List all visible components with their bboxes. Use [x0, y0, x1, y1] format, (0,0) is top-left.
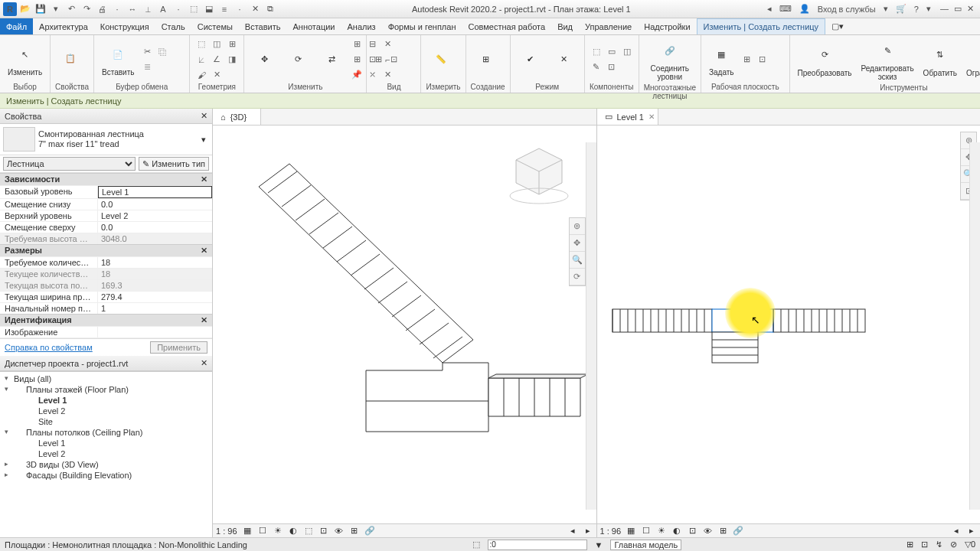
paste-button[interactable]: 📄Вставить [99, 41, 137, 78]
qat-redo-icon[interactable]: ↷ [80, 2, 93, 16]
scale-label[interactable]: 1 : 96 [600, 527, 622, 536]
status-icon[interactable]: ⊘ [950, 540, 957, 549]
crop-icon[interactable]: ⊡ [687, 526, 697, 536]
tab-надстройки[interactable]: Надстройки [638, 18, 696, 34]
prop-value[interactable]: 0.0 [98, 199, 212, 210]
tree-node[interactable]: Виды (all) [3, 373, 209, 384]
nav-zoom-icon[interactable]: 🔍 [570, 252, 585, 269]
prop-value[interactable]: 0.0 [98, 222, 212, 233]
landing-icon[interactable]: ▭ [605, 45, 619, 59]
demolish-icon[interactable]: ✕ [210, 68, 224, 82]
nav-pan-icon[interactable]: ✥ [570, 235, 585, 252]
scroll-right-icon[interactable]: ▸ [583, 526, 593, 536]
align-icon[interactable]: ⊞ [350, 37, 364, 51]
project-browser[interactable]: Виды (all)Планы этажей (Floor Plan)Level… [0, 371, 212, 537]
prop-value[interactable]: 18 [98, 269, 212, 279]
connect-levels-button[interactable]: 🔗Соединить уровни [644, 37, 696, 83]
apply-button[interactable]: Применить [150, 341, 207, 354]
rotate-button[interactable]: ⟳ [283, 46, 313, 73]
show-plane-icon[interactable]: ⊞ [740, 53, 754, 67]
shadow-icon[interactable]: ◐ [288, 526, 299, 536]
app-icon[interactable]: R [3, 2, 17, 16]
qat-close-icon[interactable]: ✕ [248, 2, 262, 16]
prop-group-head[interactable]: Идентификация⨯ [0, 314, 212, 326]
status-icon[interactable]: ▽0 [965, 540, 975, 549]
flip-button[interactable]: ⇅Обратить [920, 41, 960, 79]
shadow-icon[interactable]: ◐ [671, 526, 682, 536]
tree-node[interactable]: Level 2 [3, 448, 209, 459]
browser-close-icon[interactable]: ✕ [201, 358, 207, 368]
category-select[interactable]: Лестница [3, 157, 136, 171]
prop-value[interactable]: Level 1 [98, 186, 212, 198]
qat-measure-icon[interactable]: ↔ [126, 2, 139, 16]
prop-value[interactable]: 18 [98, 257, 212, 268]
mirror-button[interactable]: ⇄ [316, 46, 347, 73]
tab-формы-и-генплан[interactable]: Формы и генплан [382, 18, 462, 34]
beam-join-icon[interactable]: ∠ [210, 53, 224, 67]
plan-canvas[interactable]: ↖ ⊚ ✥ 🔍 ⊡ [597, 126, 981, 523]
properties-button[interactable]: 📋 [55, 45, 86, 74]
tree-node[interactable]: Планы этажей (Floor Plan) [3, 384, 209, 395]
navigation-bar[interactable]: ⊚ ✥ 🔍 ⟳ [569, 217, 586, 286]
tab-файл[interactable]: Файл [0, 18, 33, 34]
modify-button[interactable]: ↖Изменить [5, 41, 45, 78]
constraints-icon[interactable]: 🔗 [733, 526, 743, 536]
detail-icon[interactable]: ▦ [242, 526, 253, 536]
nav-wheel-icon[interactable]: ⊚ [570, 218, 585, 235]
tab-совместная-работа[interactable]: Совместная работа [462, 18, 551, 34]
prop-row[interactable]: Базовый уровеньLevel 1 [0, 185, 212, 198]
paint-icon[interactable]: 🖌 [194, 68, 208, 82]
3d-canvas[interactable]: ⊚ ✥ 🔍 ⟳ [213, 126, 596, 523]
select-count-input[interactable] [488, 540, 587, 550]
qat-save-icon[interactable]: 💾 [34, 2, 47, 16]
tab-extra[interactable]: ▢▾ [825, 18, 850, 34]
prop-value[interactable]: 1 [98, 303, 212, 314]
prop-value[interactable]: 3048.0 [98, 233, 212, 244]
prop-row[interactable]: Требуемое количество п...18 [0, 256, 212, 268]
scrollbar-v[interactable] [586, 142, 596, 510]
crop-icon[interactable]: ⊡ [318, 526, 329, 536]
maximize-button[interactable]: ▭ [952, 4, 963, 13]
tab-close-icon[interactable]: ✕ [648, 112, 655, 121]
style-icon[interactable]: ☐ [257, 526, 268, 536]
render-icon[interactable]: ⬚ [303, 526, 314, 536]
scrollbar-v[interactable] [969, 142, 980, 510]
qat-save-dropdown[interactable]: ▾ [49, 2, 63, 16]
prop-row[interactable]: Текущее количество под...18 [0, 268, 212, 279]
main-model-dropdown[interactable]: Главная модель [610, 540, 681, 550]
sun-icon[interactable]: ☀ [273, 526, 283, 536]
tree-node[interactable]: Level 2 [3, 406, 209, 416]
support-icon[interactable]: ◫ [620, 45, 634, 59]
reveal-icon[interactable]: ⊞ [717, 526, 728, 536]
info-icon[interactable]: ◂ [766, 4, 773, 14]
properties-close-icon[interactable]: ✕ [201, 111, 207, 121]
tree-node[interactable]: Фасады (Building Elevation) [3, 470, 209, 481]
detail-icon[interactable]: ▦ [626, 526, 636, 536]
tab-аннотации[interactable]: Аннотации [287, 18, 341, 34]
tree-node[interactable]: Level 1 [3, 438, 209, 448]
filter-icon[interactable]: ▼ [595, 540, 603, 549]
cope-icon[interactable]: ⬚ [194, 37, 208, 51]
comp-icon[interactable]: ⊡ [605, 60, 619, 74]
measure-button[interactable]: 📏 [426, 46, 456, 73]
help-icon[interactable]: ? [913, 5, 920, 14]
create-button[interactable]: ⊞ [471, 46, 501, 73]
qat-switch-icon[interactable]: ⧉ [263, 2, 277, 16]
minimize-button[interactable]: — [939, 4, 950, 13]
run-icon[interactable]: ⬚ [590, 45, 603, 59]
close-button[interactable]: ✕ [965, 4, 975, 13]
viewcube[interactable] [505, 141, 573, 210]
qat-3d-icon[interactable]: ⬚ [187, 2, 201, 16]
tree-node[interactable]: Level 1 [3, 395, 209, 406]
tree-node[interactable]: Site [3, 416, 209, 427]
prop-value[interactable] [98, 327, 212, 337]
reveal-icon[interactable]: ⊞ [349, 526, 360, 536]
prop-row[interactable]: Изображение [0, 326, 212, 337]
properties-help-link[interactable]: Справка по свойствам [5, 343, 93, 352]
prop-value[interactable]: Level 2 [98, 210, 212, 221]
qat-open-icon[interactable]: 📂 [18, 2, 32, 16]
match-icon[interactable]: ≣ [140, 60, 154, 74]
prop-row[interactable]: Смещение снизу0.0 [0, 198, 212, 210]
qat-text-icon[interactable]: A [156, 2, 170, 16]
prop-row[interactable]: Начальный номер прост...1 [0, 302, 212, 314]
